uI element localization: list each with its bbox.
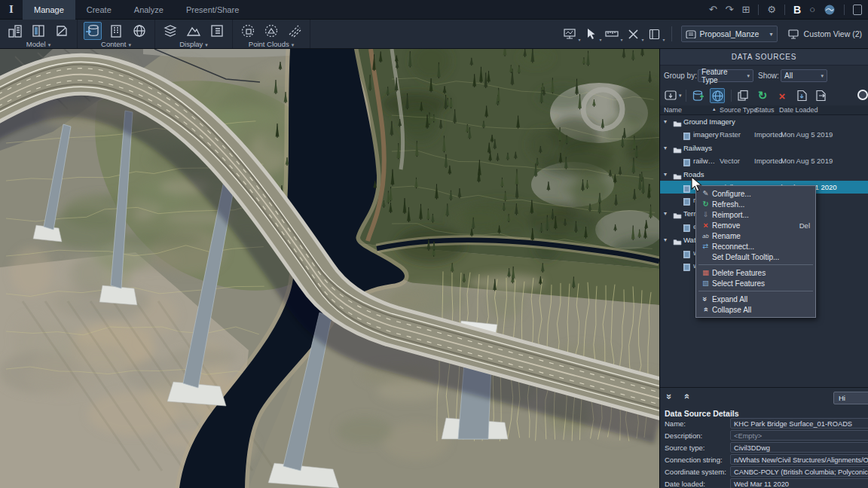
tree-group-row[interactable]: ▾ Ground Imagery xyxy=(660,115,868,128)
tree-group-row[interactable]: ▾ Railways xyxy=(660,142,868,154)
context-menu-item[interactable]: ⇄ Reconnect... xyxy=(696,241,815,252)
show-dropdown[interactable]: All▾ xyxy=(781,69,827,82)
point-cloud-classify-icon[interactable] xyxy=(262,22,280,40)
context-menu-item[interactable]: ⇓ Reimport... xyxy=(696,209,815,220)
tab-analyze[interactable]: Analyze xyxy=(123,0,175,20)
application-window: { "menubar": { "logo": "I", "brand_lette… xyxy=(0,0,868,488)
undo-icon[interactable]: ↶ xyxy=(709,0,717,20)
tab-create[interactable]: Create xyxy=(75,0,123,20)
tree-expand-caret-icon[interactable]: ▾ xyxy=(664,142,667,154)
display-terrain-icon[interactable] xyxy=(185,22,203,40)
proposal-dropdown[interactable]: Proposal_Manze ▾ xyxy=(681,26,778,42)
field-value[interactable]: <Empty> xyxy=(730,430,868,441)
column-name[interactable]: Name xyxy=(664,106,682,114)
tree-item-row[interactable]: imagery Raster Imported Mon Aug 5 2019 xyxy=(660,128,868,141)
column-status[interactable]: Status xyxy=(755,106,775,114)
clipped-edge-icon[interactable] xyxy=(853,5,862,15)
source-name: imagery xyxy=(693,128,719,141)
column-source-type[interactable]: Source Type xyxy=(720,106,757,114)
column-date-loaded[interactable]: Date Loaded xyxy=(779,106,818,114)
group-label: Roads xyxy=(683,168,704,181)
context-menu-item[interactable]: ab Rename xyxy=(696,230,815,241)
menu-separator xyxy=(698,291,813,291)
context-menu-item[interactable]: ✎ Configure... xyxy=(696,188,815,199)
tab-present-share[interactable]: Present/Share xyxy=(175,0,250,20)
details-toolbar: » » Hi xyxy=(660,389,868,407)
chevron-down-icon[interactable]: ▾ xyxy=(128,42,131,47)
connect-cloud-icon[interactable] xyxy=(824,4,836,16)
point-cloud-region-icon[interactable] xyxy=(239,22,257,40)
tree-expand-caret-icon[interactable]: ▾ xyxy=(664,233,667,246)
highlight-button-clipped[interactable]: Hi xyxy=(833,392,868,404)
attach-source-icon[interactable] xyxy=(663,88,678,103)
divider xyxy=(784,5,785,15)
expand-all-icon[interactable]: » xyxy=(665,391,675,403)
content-data-sources-icon[interactable] xyxy=(84,22,102,40)
field-value[interactable]: Wed Mar 11 2020 xyxy=(730,478,868,488)
settings-gear-icon[interactable]: ⚙ xyxy=(767,0,776,20)
chevron-down-icon[interactable]: ▾ xyxy=(205,42,208,47)
context-menu-item[interactable]: ▧ Select Features xyxy=(696,278,815,288)
import-source-icon[interactable] xyxy=(794,88,809,103)
add-database-source-icon[interactable] xyxy=(690,88,705,103)
menu-separator xyxy=(698,264,813,265)
field-value[interactable]: n/Whats New/Civil Structures/Alignments/… xyxy=(730,454,868,465)
context-menu-item[interactable]: ▦ Delete Features xyxy=(696,267,815,278)
delete-tool-icon[interactable]: ▾ xyxy=(626,27,641,41)
chevron-down-icon[interactable]: ▾ xyxy=(292,42,295,47)
context-menu-item[interactable]: » Collapse All xyxy=(696,304,815,315)
export-source-icon[interactable] xyxy=(814,88,829,103)
tree-item-row[interactable]: railways Vector Imported Mon Aug 5 2019 xyxy=(660,154,868,167)
display-legend-icon[interactable] xyxy=(208,22,226,40)
tree-expand-caret-icon[interactable]: ▾ xyxy=(664,168,667,181)
remove-icon: × xyxy=(699,220,712,231)
remove-source-icon[interactable]: × xyxy=(775,88,790,103)
field-label: Source type: xyxy=(665,444,704,452)
context-menu-item[interactable]: Set Default Tooltip... xyxy=(696,252,815,262)
tab-manage[interactable]: Manage xyxy=(23,0,75,20)
custom-view-button[interactable]: Custom View (2) xyxy=(784,28,866,41)
viewport-3d[interactable] xyxy=(0,49,659,488)
add-web-source-icon[interactable] xyxy=(710,88,725,103)
field-value[interactable]: KHC Park Bridge Surface_01-ROADS xyxy=(730,418,868,429)
tree-expand-caret-icon[interactable]: ▾ xyxy=(664,207,667,220)
model-sheet-icon[interactable] xyxy=(53,22,71,40)
divider xyxy=(844,5,845,15)
model-buildings-icon[interactable] xyxy=(6,22,24,40)
bentley-brand-icon[interactable]: B xyxy=(793,0,801,20)
context-menu-item[interactable]: × Remove Del xyxy=(696,220,815,230)
bridge-scene[interactable] xyxy=(0,49,659,488)
redo-icon[interactable]: ↷ xyxy=(726,0,734,20)
saved-views-icon[interactable]: ▾ xyxy=(647,27,662,41)
divider xyxy=(758,5,759,15)
measure-icon[interactable]: ▾ xyxy=(605,27,620,41)
display-layers-icon[interactable] xyxy=(161,22,179,40)
sync-ring-icon[interactable]: ○ xyxy=(809,4,815,15)
display-style-icon[interactable]: ▾ xyxy=(563,27,578,41)
content-web-globe-icon[interactable] xyxy=(130,22,148,40)
chevron-down-icon[interactable]: ▾ xyxy=(679,93,682,99)
element-selection-icon[interactable]: ▾ xyxy=(584,27,599,41)
point-cloud-section-icon[interactable] xyxy=(286,22,304,40)
model-panel-icon[interactable] xyxy=(29,22,47,40)
window-layout-icon[interactable]: ⊞ xyxy=(741,0,750,20)
context-menu-item[interactable]: » Expand All xyxy=(696,294,815,304)
field-value[interactable]: Civil3DDwg xyxy=(730,442,868,453)
tree-group-row[interactable]: ▾ Roads xyxy=(660,168,868,181)
chevron-down-icon[interactable]: ▾ xyxy=(48,42,51,47)
context-menu-item[interactable]: ↻ Refresh... xyxy=(696,199,815,209)
field-label: Date loaded: xyxy=(665,480,705,488)
collapse-all-icon[interactable]: » xyxy=(681,391,692,403)
copy-source-icon[interactable] xyxy=(735,88,750,103)
panel-title: DATA SOURCES xyxy=(660,49,868,66)
tree-expand-caret-icon[interactable]: ▾ xyxy=(664,115,667,128)
group-by-dropdown[interactable]: Feature Type▾ xyxy=(698,69,753,82)
scroll-icon xyxy=(686,29,696,38)
field-value[interactable]: CANBC-POLY (British Columbia; Polyconic … xyxy=(730,466,868,477)
content-buildings-icon[interactable] xyxy=(107,22,125,40)
sort-ascending-icon[interactable]: ▴ xyxy=(713,106,716,112)
help-icon[interactable] xyxy=(857,90,868,100)
ribbon-group-model: Model▾ xyxy=(0,20,78,48)
field-label: Coordinate system: xyxy=(665,468,726,476)
refresh-source-icon[interactable]: ↻ xyxy=(755,88,770,103)
